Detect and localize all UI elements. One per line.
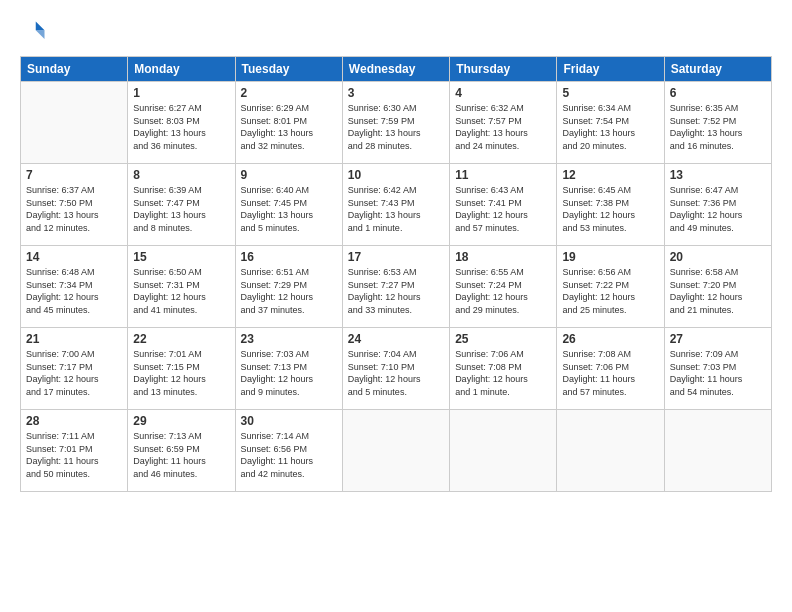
day-number: 23: [241, 332, 337, 346]
calendar-cell: 28Sunrise: 7:11 AM Sunset: 7:01 PM Dayli…: [21, 410, 128, 492]
day-info: Sunrise: 7:11 AM Sunset: 7:01 PM Dayligh…: [26, 430, 122, 480]
day-info: Sunrise: 6:55 AM Sunset: 7:24 PM Dayligh…: [455, 266, 551, 316]
calendar-cell: [557, 410, 664, 492]
calendar-cell: 6Sunrise: 6:35 AM Sunset: 7:52 PM Daylig…: [664, 82, 771, 164]
day-number: 17: [348, 250, 444, 264]
calendar-cell: 17Sunrise: 6:53 AM Sunset: 7:27 PM Dayli…: [342, 246, 449, 328]
calendar-cell: 26Sunrise: 7:08 AM Sunset: 7:06 PM Dayli…: [557, 328, 664, 410]
calendar-cell: 5Sunrise: 6:34 AM Sunset: 7:54 PM Daylig…: [557, 82, 664, 164]
calendar-cell: [664, 410, 771, 492]
svg-marker-0: [36, 22, 45, 31]
day-number: 28: [26, 414, 122, 428]
day-number: 9: [241, 168, 337, 182]
calendar-cell: 20Sunrise: 6:58 AM Sunset: 7:20 PM Dayli…: [664, 246, 771, 328]
day-number: 30: [241, 414, 337, 428]
day-number: 3: [348, 86, 444, 100]
day-number: 12: [562, 168, 658, 182]
calendar-cell: 15Sunrise: 6:50 AM Sunset: 7:31 PM Dayli…: [128, 246, 235, 328]
calendar-cell: 25Sunrise: 7:06 AM Sunset: 7:08 PM Dayli…: [450, 328, 557, 410]
calendar-cell: 18Sunrise: 6:55 AM Sunset: 7:24 PM Dayli…: [450, 246, 557, 328]
week-row-3: 14Sunrise: 6:48 AM Sunset: 7:34 PM Dayli…: [21, 246, 772, 328]
day-info: Sunrise: 6:45 AM Sunset: 7:38 PM Dayligh…: [562, 184, 658, 234]
calendar-cell: [342, 410, 449, 492]
calendar-cell: 9Sunrise: 6:40 AM Sunset: 7:45 PM Daylig…: [235, 164, 342, 246]
calendar-cell: 19Sunrise: 6:56 AM Sunset: 7:22 PM Dayli…: [557, 246, 664, 328]
day-number: 7: [26, 168, 122, 182]
day-info: Sunrise: 7:06 AM Sunset: 7:08 PM Dayligh…: [455, 348, 551, 398]
week-row-5: 28Sunrise: 7:11 AM Sunset: 7:01 PM Dayli…: [21, 410, 772, 492]
calendar-cell: 2Sunrise: 6:29 AM Sunset: 8:01 PM Daylig…: [235, 82, 342, 164]
day-number: 15: [133, 250, 229, 264]
logo-icon: [20, 18, 48, 46]
logo: [20, 18, 52, 46]
day-info: Sunrise: 6:29 AM Sunset: 8:01 PM Dayligh…: [241, 102, 337, 152]
calendar-cell: 4Sunrise: 6:32 AM Sunset: 7:57 PM Daylig…: [450, 82, 557, 164]
calendar-cell: 10Sunrise: 6:42 AM Sunset: 7:43 PM Dayli…: [342, 164, 449, 246]
page: SundayMondayTuesdayWednesdayThursdayFrid…: [0, 0, 792, 612]
calendar-cell: 16Sunrise: 6:51 AM Sunset: 7:29 PM Dayli…: [235, 246, 342, 328]
day-number: 19: [562, 250, 658, 264]
day-number: 26: [562, 332, 658, 346]
day-info: Sunrise: 7:13 AM Sunset: 6:59 PM Dayligh…: [133, 430, 229, 480]
weekday-header-row: SundayMondayTuesdayWednesdayThursdayFrid…: [21, 57, 772, 82]
week-row-2: 7Sunrise: 6:37 AM Sunset: 7:50 PM Daylig…: [21, 164, 772, 246]
day-number: 27: [670, 332, 766, 346]
day-info: Sunrise: 6:27 AM Sunset: 8:03 PM Dayligh…: [133, 102, 229, 152]
calendar-cell: 30Sunrise: 7:14 AM Sunset: 6:56 PM Dayli…: [235, 410, 342, 492]
weekday-header-tuesday: Tuesday: [235, 57, 342, 82]
svg-marker-1: [36, 30, 45, 39]
calendar-cell: 23Sunrise: 7:03 AM Sunset: 7:13 PM Dayli…: [235, 328, 342, 410]
day-info: Sunrise: 7:03 AM Sunset: 7:13 PM Dayligh…: [241, 348, 337, 398]
calendar-cell: [21, 82, 128, 164]
day-info: Sunrise: 6:58 AM Sunset: 7:20 PM Dayligh…: [670, 266, 766, 316]
day-info: Sunrise: 6:51 AM Sunset: 7:29 PM Dayligh…: [241, 266, 337, 316]
day-number: 29: [133, 414, 229, 428]
day-info: Sunrise: 6:40 AM Sunset: 7:45 PM Dayligh…: [241, 184, 337, 234]
day-info: Sunrise: 6:32 AM Sunset: 7:57 PM Dayligh…: [455, 102, 551, 152]
day-info: Sunrise: 7:04 AM Sunset: 7:10 PM Dayligh…: [348, 348, 444, 398]
calendar-cell: 3Sunrise: 6:30 AM Sunset: 7:59 PM Daylig…: [342, 82, 449, 164]
weekday-header-sunday: Sunday: [21, 57, 128, 82]
weekday-header-saturday: Saturday: [664, 57, 771, 82]
day-number: 10: [348, 168, 444, 182]
day-info: Sunrise: 7:09 AM Sunset: 7:03 PM Dayligh…: [670, 348, 766, 398]
day-number: 2: [241, 86, 337, 100]
calendar-cell: 8Sunrise: 6:39 AM Sunset: 7:47 PM Daylig…: [128, 164, 235, 246]
day-number: 4: [455, 86, 551, 100]
day-info: Sunrise: 6:43 AM Sunset: 7:41 PM Dayligh…: [455, 184, 551, 234]
day-number: 20: [670, 250, 766, 264]
calendar-cell: 11Sunrise: 6:43 AM Sunset: 7:41 PM Dayli…: [450, 164, 557, 246]
day-number: 16: [241, 250, 337, 264]
day-info: Sunrise: 6:35 AM Sunset: 7:52 PM Dayligh…: [670, 102, 766, 152]
day-number: 21: [26, 332, 122, 346]
day-number: 25: [455, 332, 551, 346]
day-info: Sunrise: 6:56 AM Sunset: 7:22 PM Dayligh…: [562, 266, 658, 316]
day-number: 18: [455, 250, 551, 264]
day-number: 6: [670, 86, 766, 100]
day-info: Sunrise: 6:48 AM Sunset: 7:34 PM Dayligh…: [26, 266, 122, 316]
day-number: 13: [670, 168, 766, 182]
weekday-header-thursday: Thursday: [450, 57, 557, 82]
calendar-cell: 29Sunrise: 7:13 AM Sunset: 6:59 PM Dayli…: [128, 410, 235, 492]
day-number: 5: [562, 86, 658, 100]
day-number: 8: [133, 168, 229, 182]
day-number: 14: [26, 250, 122, 264]
day-info: Sunrise: 6:37 AM Sunset: 7:50 PM Dayligh…: [26, 184, 122, 234]
day-info: Sunrise: 7:01 AM Sunset: 7:15 PM Dayligh…: [133, 348, 229, 398]
day-info: Sunrise: 6:39 AM Sunset: 7:47 PM Dayligh…: [133, 184, 229, 234]
calendar-cell: 22Sunrise: 7:01 AM Sunset: 7:15 PM Dayli…: [128, 328, 235, 410]
day-number: 22: [133, 332, 229, 346]
weekday-header-monday: Monday: [128, 57, 235, 82]
calendar-cell: 13Sunrise: 6:47 AM Sunset: 7:36 PM Dayli…: [664, 164, 771, 246]
day-info: Sunrise: 6:50 AM Sunset: 7:31 PM Dayligh…: [133, 266, 229, 316]
weekday-header-wednesday: Wednesday: [342, 57, 449, 82]
day-info: Sunrise: 6:34 AM Sunset: 7:54 PM Dayligh…: [562, 102, 658, 152]
day-info: Sunrise: 6:53 AM Sunset: 7:27 PM Dayligh…: [348, 266, 444, 316]
weekday-header-friday: Friday: [557, 57, 664, 82]
week-row-1: 1Sunrise: 6:27 AM Sunset: 8:03 PM Daylig…: [21, 82, 772, 164]
calendar-cell: [450, 410, 557, 492]
calendar-cell: 27Sunrise: 7:09 AM Sunset: 7:03 PM Dayli…: [664, 328, 771, 410]
day-info: Sunrise: 7:00 AM Sunset: 7:17 PM Dayligh…: [26, 348, 122, 398]
calendar-cell: 14Sunrise: 6:48 AM Sunset: 7:34 PM Dayli…: [21, 246, 128, 328]
calendar-cell: 21Sunrise: 7:00 AM Sunset: 7:17 PM Dayli…: [21, 328, 128, 410]
